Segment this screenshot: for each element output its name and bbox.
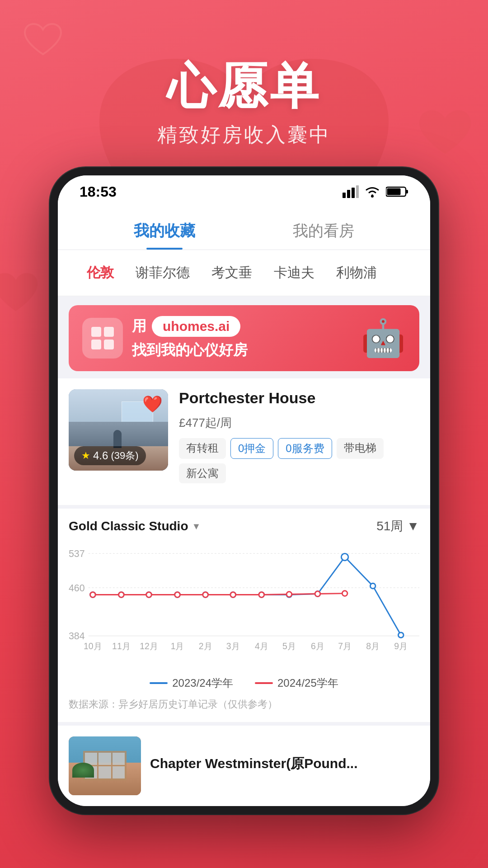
phone-screen: 18:53 [58, 175, 430, 806]
svg-rect-2 [352, 188, 355, 198]
w6 [113, 766, 125, 778]
svg-point-4 [371, 195, 374, 198]
banner-subtitle: 找到我的心仪好房 [132, 340, 248, 360]
wifi-icon [364, 185, 380, 198]
legend-label-blue: 2023/24学年 [172, 676, 233, 690]
status-bar: 18:53 [58, 175, 430, 208]
room-type-label: Gold Classic Studio [69, 519, 188, 533]
phone-outer-frame: 18:53 [50, 167, 438, 814]
property-name: Portchester House [179, 389, 419, 407]
city-cardiff[interactable]: 卡迪夫 [263, 259, 325, 287]
x-label-oct: 10月 [84, 641, 102, 651]
w3 [113, 753, 125, 765]
dot-red-7 [286, 592, 292, 597]
tag-elevator: 带电梯 [337, 438, 384, 459]
svg-rect-0 [343, 193, 346, 198]
tab-favorites[interactable]: 我的收藏 [85, 208, 244, 250]
price-chart: 537 460 384 10月 11月 12月 1月 2月 3月 [69, 544, 419, 669]
dot-red-0 [90, 592, 96, 598]
hero-title: 心愿单 [167, 60, 321, 113]
dot-blue-10 [370, 583, 375, 589]
dot-blue-11 [398, 632, 404, 638]
legend-item-blue: 2023/24学年 [150, 676, 233, 690]
svg-rect-1 [347, 190, 350, 198]
svg-rect-11 [104, 340, 114, 349]
city-london[interactable]: 伦敦 [76, 259, 125, 287]
weeks-arrow: ▼ [407, 519, 419, 533]
chart-source: 数据来源：异乡好居历史订单记录（仅供参考） [69, 698, 419, 711]
x-label-mar: 3月 [226, 641, 240, 651]
x-label-apr: 4月 [255, 641, 268, 651]
w5 [99, 766, 111, 778]
battery-icon [386, 186, 408, 198]
phone-mockup: 18:53 [50, 167, 438, 814]
dot-red-9 [342, 591, 347, 596]
listing-preview-card[interactable]: Chapter Westminster(原Pound... [58, 726, 430, 806]
y-label-384: 384 [69, 631, 85, 642]
banner-pill: uhomes.ai [152, 316, 240, 337]
chart-controls: Gold Classic Studio ▼ 51周 ▼ [69, 518, 419, 535]
x-label-sep: 9月 [394, 641, 408, 651]
x-label-dec: 12月 [140, 641, 158, 651]
status-time: 18:53 [80, 184, 117, 200]
weeks-dropdown[interactable]: 51周 ▼ [376, 518, 419, 535]
legend-label-red: 2024/25学年 [277, 676, 338, 690]
listing-preview-info: Chapter Westminster(原Pound... [150, 755, 419, 777]
property-image: ❤️ ★ 4.6 (39条) [69, 389, 168, 471]
x-label-may: 5月 [282, 641, 296, 651]
svg-rect-3 [356, 185, 359, 198]
dot-red-3 [175, 592, 180, 598]
tag-sublease: 有转租 [179, 438, 226, 459]
chart-line-red [93, 594, 345, 595]
x-label-feb: 2月 [199, 641, 212, 651]
signal-icon [343, 185, 359, 198]
rating-count: (39条) [111, 449, 138, 462]
listing-preview-image [69, 736, 141, 795]
legend-line-red [255, 682, 273, 684]
svg-rect-9 [104, 327, 114, 337]
weeks-label: 51周 [376, 518, 403, 535]
property-rating-badge: ★ 4.6 (39条) [74, 446, 146, 465]
tag-service-fee: 0服务费 [278, 438, 332, 459]
x-label-jul: 7月 [338, 641, 352, 651]
rating-value: 4.6 [93, 449, 108, 462]
property-info: Portchester House £477起/周 有转租 0押金 0服务费 带… [179, 389, 419, 483]
legend-line-blue [150, 682, 168, 684]
property-card[interactable]: ❤️ ★ 4.6 (39条) Portchester House £477起/周 [58, 378, 430, 505]
dot-red-8 [315, 591, 320, 597]
svg-rect-10 [91, 340, 101, 349]
nav-tabs: 我的收藏 我的看房 [58, 208, 430, 250]
property-price: £477起/周 [179, 411, 419, 431]
dot-red-5 [230, 592, 236, 598]
tab-viewings[interactable]: 我的看房 [244, 208, 403, 250]
x-label-jun: 6月 [311, 641, 324, 651]
svg-rect-7 [387, 189, 401, 195]
city-filter: 伦敦 谢菲尔德 考文垂 卡迪夫 利物浦 [58, 250, 430, 296]
x-label-aug: 8月 [366, 641, 380, 651]
tag-new-apt: 新公寓 [179, 463, 226, 483]
room-type-dropdown[interactable]: Gold Classic Studio ▼ [69, 519, 201, 533]
dot-red-2 [146, 592, 152, 598]
banner-icon [82, 318, 123, 359]
hero-subtitle: 精致好房收入囊中 [157, 122, 331, 148]
property-tags: 有转租 0押金 0服务费 带电梯 新公寓 [179, 438, 419, 483]
property-main-info: ❤️ ★ 4.6 (39条) Portchester House £477起/周 [69, 389, 419, 483]
legend-item-red: 2024/25学年 [255, 676, 338, 690]
svg-rect-6 [406, 190, 408, 193]
ai-banner[interactable]: 用 uhomes.ai 找到我的心仪好房 🤖 [69, 305, 419, 371]
banner-robot-icon: 🤖 [361, 317, 406, 359]
city-coventry[interactable]: 考文垂 [201, 259, 263, 287]
dot-red-4 [203, 592, 208, 598]
star-icon: ★ [81, 450, 90, 462]
x-label-nov: 11月 [112, 641, 131, 651]
settings-grid-icon [89, 325, 116, 352]
favorite-heart-icon[interactable]: ❤️ [142, 395, 163, 414]
city-sheffield[interactable]: 谢菲尔德 [125, 259, 201, 287]
chart-legend: 2023/24学年 2024/25学年 [69, 676, 419, 690]
banner-prefix: 用 [132, 316, 146, 336]
banner-text-area: 用 uhomes.ai 找到我的心仪好房 [132, 316, 248, 360]
y-label-537: 537 [69, 548, 85, 559]
w2 [99, 753, 111, 765]
chart-line-blue [93, 557, 401, 635]
city-liverpool[interactable]: 利物浦 [325, 259, 388, 287]
